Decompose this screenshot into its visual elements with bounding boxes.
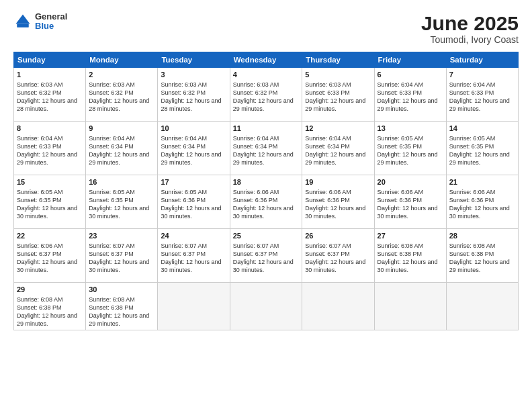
col-monday: Monday	[86, 52, 158, 68]
col-wednesday: Wednesday	[230, 52, 302, 68]
calendar-cell: 2Sunrise: 6:03 AMSunset: 6:32 PMDaylight…	[86, 68, 158, 122]
week-row-5: 29Sunrise: 6:08 AMSunset: 6:38 PMDayligh…	[14, 283, 519, 330]
day-number: 2	[89, 70, 154, 80]
calendar-cell: 10Sunrise: 6:04 AMSunset: 6:34 PMDayligh…	[158, 122, 230, 175]
logo-text: General Blue	[35, 12, 67, 32]
day-info: Sunrise: 6:03 AMSunset: 6:32 PMDaylight:…	[89, 81, 149, 112]
day-number: 24	[161, 231, 226, 241]
calendar-cell: 8Sunrise: 6:04 AMSunset: 6:33 PMDaylight…	[14, 122, 86, 175]
day-number: 10	[161, 124, 226, 134]
day-info: Sunrise: 6:06 AMSunset: 6:36 PMDaylight:…	[449, 189, 510, 220]
calendar-cell: 26Sunrise: 6:07 AMSunset: 6:37 PMDayligh…	[302, 229, 374, 283]
day-number: 16	[89, 177, 154, 187]
calendar-cell	[302, 283, 374, 330]
day-info: Sunrise: 6:07 AMSunset: 6:37 PMDaylight:…	[233, 242, 294, 273]
day-info: Sunrise: 6:06 AMSunset: 6:36 PMDaylight:…	[305, 189, 365, 220]
calendar-cell: 4Sunrise: 6:03 AMSunset: 6:32 PMDaylight…	[230, 68, 302, 122]
day-number: 21	[449, 177, 515, 187]
calendar-table: Sunday Monday Tuesday Wednesday Thursday…	[13, 52, 519, 330]
day-info: Sunrise: 6:05 AMSunset: 6:35 PMDaylight:…	[89, 189, 149, 220]
day-info: Sunrise: 6:08 AMSunset: 6:38 PMDaylight:…	[449, 242, 510, 273]
header-row: Sunday Monday Tuesday Wednesday Thursday…	[14, 52, 519, 68]
day-info: Sunrise: 6:08 AMSunset: 6:38 PMDaylight:…	[89, 296, 149, 327]
calendar-cell	[158, 283, 230, 330]
day-info: Sunrise: 6:06 AMSunset: 6:36 PMDaylight:…	[233, 189, 294, 220]
col-thursday: Thursday	[302, 52, 374, 68]
svg-rect-1	[17, 24, 29, 28]
day-number: 13	[378, 124, 443, 134]
day-number: 7	[449, 70, 515, 80]
day-number: 6	[378, 70, 443, 80]
day-number: 5	[305, 70, 371, 80]
logo-blue: Blue	[35, 21, 67, 31]
calendar-cell	[446, 283, 518, 330]
day-info: Sunrise: 6:04 AMSunset: 6:34 PMDaylight:…	[161, 135, 221, 166]
calendar-cell: 19Sunrise: 6:06 AMSunset: 6:36 PMDayligh…	[302, 175, 374, 229]
calendar-cell: 11Sunrise: 6:04 AMSunset: 6:34 PMDayligh…	[230, 122, 302, 175]
title-block: June 2025 Toumodi, Ivory Coast	[421, 12, 519, 45]
day-number: 15	[17, 177, 83, 187]
calendar-cell: 9Sunrise: 6:04 AMSunset: 6:34 PMDaylight…	[86, 122, 158, 175]
day-number: 27	[378, 231, 443, 241]
logo: General Blue	[13, 12, 67, 32]
calendar-cell: 27Sunrise: 6:08 AMSunset: 6:38 PMDayligh…	[374, 229, 446, 283]
day-info: Sunrise: 6:06 AMSunset: 6:36 PMDaylight:…	[378, 189, 438, 220]
calendar-cell: 13Sunrise: 6:05 AMSunset: 6:35 PMDayligh…	[374, 122, 446, 175]
calendar-cell: 22Sunrise: 6:06 AMSunset: 6:37 PMDayligh…	[14, 229, 86, 283]
day-number: 20	[378, 177, 443, 187]
day-number: 22	[17, 231, 83, 241]
day-info: Sunrise: 6:03 AMSunset: 6:33 PMDaylight:…	[305, 81, 365, 112]
day-number: 3	[161, 70, 226, 80]
calendar-cell: 17Sunrise: 6:05 AMSunset: 6:36 PMDayligh…	[158, 175, 230, 229]
week-row-2: 8Sunrise: 6:04 AMSunset: 6:33 PMDaylight…	[14, 122, 519, 175]
calendar-cell: 21Sunrise: 6:06 AMSunset: 6:36 PMDayligh…	[446, 175, 518, 229]
day-number: 29	[17, 285, 83, 295]
day-info: Sunrise: 6:07 AMSunset: 6:37 PMDaylight:…	[89, 242, 149, 273]
calendar-cell: 25Sunrise: 6:07 AMSunset: 6:37 PMDayligh…	[230, 229, 302, 283]
day-number: 14	[449, 124, 515, 134]
calendar-cell: 24Sunrise: 6:07 AMSunset: 6:37 PMDayligh…	[158, 229, 230, 283]
day-info: Sunrise: 6:03 AMSunset: 6:32 PMDaylight:…	[233, 81, 294, 112]
calendar-title: June 2025	[421, 12, 519, 34]
calendar-cell: 23Sunrise: 6:07 AMSunset: 6:37 PMDayligh…	[86, 229, 158, 283]
day-number: 26	[305, 231, 371, 241]
day-number: 12	[305, 124, 371, 134]
logo-general: General	[35, 12, 67, 21]
calendar-subtitle: Toumodi, Ivory Coast	[421, 34, 519, 45]
day-info: Sunrise: 6:06 AMSunset: 6:37 PMDaylight:…	[17, 242, 77, 273]
calendar-cell: 29Sunrise: 6:08 AMSunset: 6:38 PMDayligh…	[14, 283, 86, 330]
day-number: 25	[233, 231, 300, 241]
day-info: Sunrise: 6:05 AMSunset: 6:35 PMDaylight:…	[17, 189, 77, 220]
day-info: Sunrise: 6:04 AMSunset: 6:33 PMDaylight:…	[449, 81, 510, 112]
calendar-cell: 20Sunrise: 6:06 AMSunset: 6:36 PMDayligh…	[374, 175, 446, 229]
day-number: 11	[233, 124, 300, 134]
calendar-cell: 15Sunrise: 6:05 AMSunset: 6:35 PMDayligh…	[14, 175, 86, 229]
col-tuesday: Tuesday	[158, 52, 230, 68]
calendar-cell: 28Sunrise: 6:08 AMSunset: 6:38 PMDayligh…	[446, 229, 518, 283]
day-number: 9	[89, 124, 154, 134]
header: General Blue June 2025 Toumodi, Ivory Co…	[13, 12, 519, 45]
day-info: Sunrise: 6:04 AMSunset: 6:34 PMDaylight:…	[89, 135, 149, 166]
day-number: 19	[305, 177, 371, 187]
day-info: Sunrise: 6:03 AMSunset: 6:32 PMDaylight:…	[161, 81, 221, 112]
week-row-4: 22Sunrise: 6:06 AMSunset: 6:37 PMDayligh…	[14, 229, 519, 283]
day-info: Sunrise: 6:07 AMSunset: 6:37 PMDaylight:…	[161, 242, 221, 273]
day-info: Sunrise: 6:07 AMSunset: 6:37 PMDaylight:…	[305, 242, 365, 273]
day-number: 18	[233, 177, 300, 187]
day-number: 8	[17, 124, 83, 134]
day-info: Sunrise: 6:04 AMSunset: 6:33 PMDaylight:…	[17, 135, 77, 166]
calendar-cell: 6Sunrise: 6:04 AMSunset: 6:33 PMDaylight…	[374, 68, 446, 122]
day-info: Sunrise: 6:05 AMSunset: 6:35 PMDaylight:…	[449, 135, 510, 166]
day-number: 23	[89, 231, 154, 241]
calendar-cell	[230, 283, 302, 330]
calendar-cell: 12Sunrise: 6:04 AMSunset: 6:34 PMDayligh…	[302, 122, 374, 175]
col-friday: Friday	[374, 52, 446, 68]
day-number: 17	[161, 177, 226, 187]
calendar-cell: 1Sunrise: 6:03 AMSunset: 6:32 PMDaylight…	[14, 68, 86, 122]
page: General Blue June 2025 Toumodi, Ivory Co…	[0, 0, 532, 411]
day-info: Sunrise: 6:04 AMSunset: 6:34 PMDaylight:…	[305, 135, 365, 166]
week-row-1: 1Sunrise: 6:03 AMSunset: 6:32 PMDaylight…	[14, 68, 519, 122]
day-info: Sunrise: 6:05 AMSunset: 6:35 PMDaylight:…	[378, 135, 438, 166]
week-row-3: 15Sunrise: 6:05 AMSunset: 6:35 PMDayligh…	[14, 175, 519, 229]
calendar-cell: 14Sunrise: 6:05 AMSunset: 6:35 PMDayligh…	[446, 122, 518, 175]
